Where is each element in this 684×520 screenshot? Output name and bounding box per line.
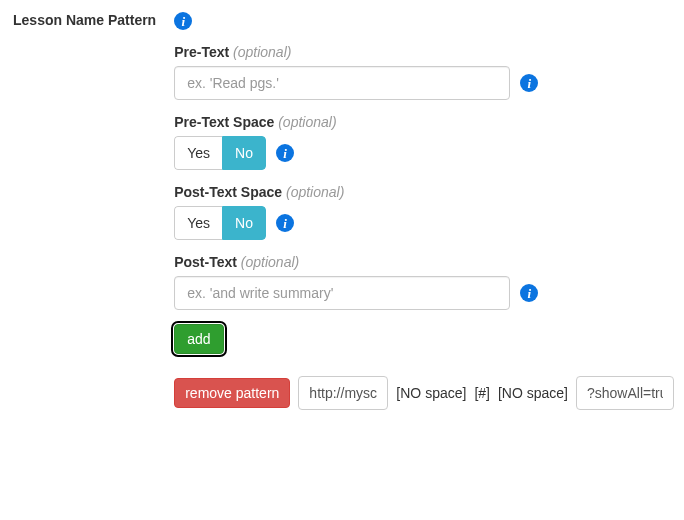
pattern-tail-input[interactable]	[576, 376, 674, 410]
post-text-space-label-text: Post-Text Space	[174, 184, 282, 200]
no-space-token: [NO space]	[396, 385, 466, 401]
post-text-input[interactable]	[174, 276, 510, 310]
info-icon[interactable]: i	[174, 12, 192, 30]
add-button[interactable]: add	[174, 324, 223, 354]
pre-text-label: Pre-Text (optional)	[174, 44, 674, 60]
pattern-url-input[interactable]	[298, 376, 388, 410]
optional-hint: (optional)	[241, 254, 299, 270]
post-text-space-toggle[interactable]: Yes No	[174, 206, 266, 240]
pre-text-input[interactable]	[174, 66, 510, 100]
info-icon[interactable]: i	[520, 284, 538, 302]
pre-text-space-label-text: Pre-Text Space	[174, 114, 274, 130]
hash-token: [#]	[474, 385, 490, 401]
pre-text-space-toggle[interactable]: Yes No	[174, 136, 266, 170]
remove-pattern-button[interactable]: remove pattern	[174, 378, 290, 408]
post-text-space-no[interactable]: No	[222, 206, 266, 240]
section-label: Lesson Name Pattern	[10, 12, 174, 410]
pre-text-space-no[interactable]: No	[222, 136, 266, 170]
info-icon[interactable]: i	[276, 214, 294, 232]
pre-text-space-label: Pre-Text Space (optional)	[174, 114, 674, 130]
pre-text-space-yes[interactable]: Yes	[174, 136, 222, 170]
no-space-token: [NO space]	[498, 385, 568, 401]
post-text-label: Post-Text (optional)	[174, 254, 674, 270]
optional-hint: (optional)	[233, 44, 291, 60]
post-text-label-text: Post-Text	[174, 254, 237, 270]
post-text-space-label: Post-Text Space (optional)	[174, 184, 674, 200]
pattern-row: remove pattern [NO space] [#] [NO space]	[174, 376, 674, 410]
info-icon[interactable]: i	[276, 144, 294, 162]
info-icon[interactable]: i	[520, 74, 538, 92]
optional-hint: (optional)	[286, 184, 344, 200]
post-text-space-yes[interactable]: Yes	[174, 206, 222, 240]
pre-text-label-text: Pre-Text	[174, 44, 229, 60]
optional-hint: (optional)	[278, 114, 336, 130]
